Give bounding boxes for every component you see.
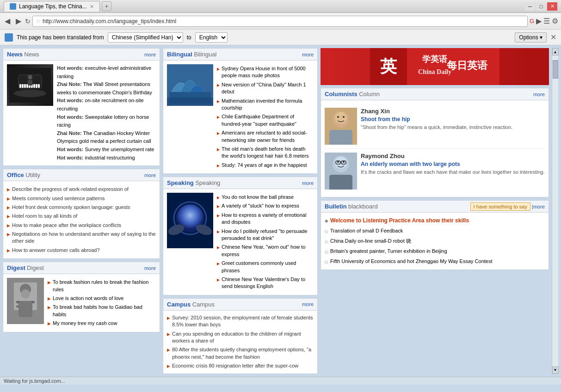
campus-section: Campus Campus more ▶Survey: 2010 session… — [163, 298, 318, 374]
campus-subtitle: Campus — [192, 301, 215, 308]
active-tab[interactable]: Language Tips, the China... ✕ — [4, 1, 100, 12]
tab-close-button[interactable]: ✕ — [90, 4, 94, 10]
news-section: News News more — [3, 48, 160, 166]
news-more-link[interactable]: more — [144, 52, 156, 57]
settings-icon[interactable]: ⚙ — [552, 17, 558, 25]
news-item-4: Zhai Note: The Canadian Hockey Winter Ol… — [57, 129, 156, 146]
news-item-5: Hot words: Survey the unemployment rate — [57, 146, 156, 154]
bilingual-content: ▶Sydney Opera House in front of 5000 peo… — [167, 64, 314, 170]
translation-text: This page has been translated from — [17, 34, 104, 41]
office-section: Office Utility more ▶Describe the progre… — [3, 169, 160, 259]
digest-list: ▶To break fashion rules to break the fas… — [48, 278, 156, 328]
columnists-section: Columnists Column more — [321, 88, 549, 197]
bulletin-tag-text: I have something to say — [470, 202, 530, 211]
campus-arrow-0: ▶ — [167, 315, 170, 321]
speaking-more-link[interactable]: more — [302, 180, 314, 186]
title-bar: Language Tips, the China... ✕ + ─ □ ✕ — [0, 0, 561, 13]
bulletin-icon-2: ◇ — [325, 239, 328, 245]
scroll-up-button[interactable]: ▲ — [552, 48, 559, 55]
speaking-header: Speaking Speaking more — [163, 177, 317, 189]
bilingual-header: Bilingual Bilingual more — [163, 49, 317, 61]
speaking-section: Speaking Speaking more — [163, 177, 318, 295]
news-item-2: Hot words: on-site recruitment on-site r… — [57, 97, 156, 113]
digest-content: ▶To break fashion rules to break the fas… — [7, 278, 156, 328]
columnist-desc-raymond: It's the cracks and flaws we each have t… — [361, 169, 545, 176]
speaking-item-4: ▶Chinese New Year, "worn out" how to exp… — [217, 243, 314, 259]
bilingual-more-link[interactable]: more — [302, 52, 314, 57]
speaking-content: ▶You do not know the ball phrase ▶A vari… — [167, 193, 314, 291]
svg-rect-43 — [329, 175, 352, 190]
news-content: Hot words: executive-level administrativ… — [7, 64, 156, 162]
tab-favicon — [10, 3, 16, 10]
from-language-select[interactable]: Chinese (Simplified Han) — [108, 32, 183, 43]
close-button[interactable]: ✕ — [547, 2, 557, 11]
columnist-article-zhang[interactable]: Shoot from the hip — [361, 116, 545, 122]
address-bar[interactable] — [43, 18, 524, 24]
page-icon — [5, 33, 13, 42]
minimize-button[interactable]: ─ — [525, 2, 535, 11]
campus-title: Campus — [167, 301, 191, 308]
bulletin-more[interactable]: |more — [532, 204, 545, 209]
back-button[interactable]: ◀ — [3, 16, 12, 26]
browser-window: Language Tips, the China... ✕ + ─ □ ✕ ◀ … — [0, 0, 561, 385]
bilingual-bullet-5: ▶ — [217, 147, 220, 152]
bulletin-item-3: ◇ Britain's greatest painter, Turner exh… — [325, 246, 545, 257]
bilingual-item-6: ▶Study: 74 years of age in the happiest — [217, 161, 314, 170]
digest-subtitle: Digest — [27, 264, 44, 271]
columnist-name-raymond: Raymond Zhou — [361, 153, 545, 159]
maximize-button[interactable]: □ — [536, 2, 546, 11]
campus-header: Campus Campus more — [163, 299, 317, 311]
columnists-more-link[interactable]: more — [533, 92, 545, 97]
forward2-button[interactable]: ▶ — [536, 17, 542, 25]
digest-item-2: ▶To break bad habits how to Gaidiao bad … — [48, 303, 156, 319]
bulletin-item-2: ◇ China Daily on-line small-D robot 哓 — [325, 236, 545, 246]
speaking-bullet-2: ▶ — [217, 213, 220, 218]
news-item-0: Hot words: executive-level administrativ… — [57, 64, 156, 80]
google-icon[interactable]: G — [530, 17, 534, 25]
bilingual-item-0: ▶Sydney Opera House in front of 5000 peo… — [217, 64, 314, 80]
office-title: Office — [7, 172, 24, 178]
svg-rect-20 — [18, 301, 32, 317]
bilingual-title: Bilingual — [167, 51, 192, 58]
svg-point-39 — [337, 116, 339, 118]
news-image — [7, 64, 53, 106]
bilingual-bullet-1: ▶ — [217, 83, 220, 88]
columnists-body: Zhang Xin Shoot from the hip "Shoot from… — [321, 100, 549, 197]
close-translation-bar-button[interactable]: ✕ — [550, 33, 556, 42]
digest-item-0: ▶To break fashion rules to break the fas… — [48, 278, 156, 294]
svg-rect-10 — [36, 84, 37, 88]
digest-header: Digest Digest more — [3, 262, 160, 274]
svg-rect-9 — [33, 84, 35, 88]
svg-point-19 — [21, 289, 30, 299]
digest-arrow-3: ▶ — [48, 321, 51, 327]
digest-item-3: ▶My money tree my cash cow — [48, 319, 156, 328]
bilingual-item-5: ▶The old man's death before his death th… — [217, 145, 314, 161]
svg-rect-11 — [38, 84, 40, 88]
campus-more-link[interactable]: more — [302, 301, 314, 307]
bilingual-subtitle: Bilingual — [194, 51, 216, 58]
bulletin-link-0[interactable]: Welcome to Listening Practice Area show … — [330, 217, 469, 225]
star-icon[interactable]: ☆ — [36, 18, 41, 24]
reload-button[interactable]: ↻ — [25, 18, 31, 25]
office-bullet-0: ▶ — [7, 187, 10, 193]
new-tab-button[interactable]: + — [102, 1, 112, 11]
menu-icon[interactable]: ☰ — [543, 17, 550, 25]
speaking-item-6: ▶Chinese New Year Valentine's Day to sen… — [217, 275, 314, 291]
bulletin-text-4: Fifth University of Economics and hot Zh… — [330, 258, 493, 265]
bulletin-item-0: ◆ Welcome to Listening Practice Area sho… — [325, 215, 545, 226]
options-button[interactable]: Options ▾ — [515, 32, 547, 43]
office-more-link[interactable]: more — [144, 172, 156, 178]
speaking-bullet-5: ▶ — [217, 261, 220, 266]
scroll-down-button[interactable]: ▼ — [552, 367, 559, 374]
columnist-article-raymond[interactable]: An elderly woman with two large pots — [361, 161, 545, 167]
speaking-body: ▶You do not know the ball phrase ▶A vari… — [163, 189, 317, 295]
to-language-select[interactable]: English — [195, 32, 228, 43]
forward-button[interactable]: ▶ — [14, 16, 23, 26]
campus-list: ▶Survey: 2010 session, the employment ra… — [163, 311, 317, 374]
bilingual-body: ▶Sydney Opera House in front of 5000 peo… — [163, 61, 317, 173]
digest-more-link[interactable]: more — [144, 265, 156, 271]
speaking-item-1: ▶A variety of "stuck" how to express — [217, 202, 314, 210]
scroll-thumb[interactable] — [553, 60, 558, 79]
news-image-inner — [7, 64, 53, 106]
browser-toolbar: ◀ ▶ ↻ ☆ G ▶ ☰ ⚙ — [0, 13, 561, 30]
